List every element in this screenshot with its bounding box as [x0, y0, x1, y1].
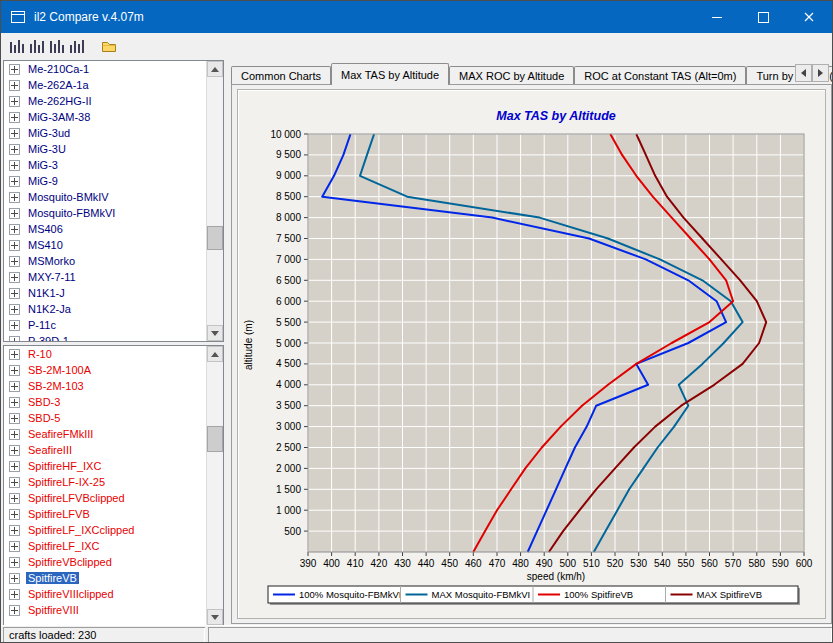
- tree-item[interactable]: Me-262HG-II: [4, 93, 223, 109]
- tree-item[interactable]: Me-262A-1a: [4, 77, 223, 93]
- expand-plus-icon[interactable]: [9, 64, 20, 75]
- tree-item[interactable]: N1K1-J: [4, 285, 223, 301]
- chart-view-toolbar-button[interactable]: [27, 36, 47, 56]
- expand-plus-icon[interactable]: [9, 429, 20, 440]
- expand-plus-icon[interactable]: [9, 365, 20, 376]
- tree-item[interactable]: MiG-3U: [4, 141, 223, 157]
- expand-plus-icon[interactable]: [9, 381, 20, 392]
- expand-plus-icon[interactable]: [9, 445, 20, 456]
- tree-item[interactable]: MS406: [4, 221, 223, 237]
- expand-plus-icon[interactable]: [9, 509, 20, 520]
- tree-item[interactable]: SBD-5: [4, 410, 223, 426]
- tree-item[interactable]: MSMorko: [4, 253, 223, 269]
- tree-item[interactable]: SB-2M-100A: [4, 362, 223, 378]
- chart-view-toolbar-button[interactable]: [47, 36, 67, 56]
- tree-item[interactable]: SpitfireLFVBclipped: [4, 490, 223, 506]
- expand-plus-icon[interactable]: [9, 96, 20, 107]
- minimize-button[interactable]: [694, 1, 740, 33]
- tree-item[interactable]: SpitfireLF_IXC: [4, 538, 223, 554]
- expand-plus-icon[interactable]: [9, 336, 20, 343]
- y-tick-label: 5 500: [276, 317, 301, 328]
- tab-common-charts[interactable]: Common Charts: [231, 66, 331, 85]
- expand-plus-icon[interactable]: [9, 349, 20, 360]
- expand-plus-icon[interactable]: [9, 413, 20, 424]
- tree-item[interactable]: MiG-3: [4, 157, 223, 173]
- expand-plus-icon[interactable]: [9, 80, 20, 91]
- expand-plus-icon[interactable]: [9, 525, 20, 536]
- tree-item[interactable]: R-10: [4, 346, 223, 362]
- x-tick-label: 590: [772, 558, 789, 569]
- tree-item[interactable]: MXY-7-11: [4, 269, 223, 285]
- y-tick-label: 7 500: [276, 233, 301, 244]
- expand-plus-icon[interactable]: [9, 288, 20, 299]
- scrollbar-thumb[interactable]: [207, 426, 223, 452]
- x-tick-label: 500: [559, 558, 576, 569]
- tree-item[interactable]: Mosquito-FBMkVI: [4, 205, 223, 221]
- tree-item[interactable]: SeafireIII: [4, 442, 223, 458]
- tree-item[interactable]: MiG-3AM-38: [4, 109, 223, 125]
- expand-plus-icon[interactable]: [9, 557, 20, 568]
- tree-item[interactable]: Mosquito-BMkIV: [4, 189, 223, 205]
- expand-plus-icon[interactable]: [9, 541, 20, 552]
- tree-item[interactable]: SpitfireVIIIclipped: [4, 586, 223, 602]
- scroll-up-button[interactable]: [207, 61, 223, 77]
- tree-item[interactable]: P-39D-1: [4, 333, 223, 342]
- scrollbar-bottom-list[interactable]: [206, 346, 223, 625]
- expand-plus-icon[interactable]: [9, 256, 20, 267]
- expand-plus-icon[interactable]: [9, 320, 20, 331]
- expand-plus-icon[interactable]: [9, 493, 20, 504]
- expand-plus-icon[interactable]: [9, 128, 20, 139]
- chart-view-toolbar-button[interactable]: [67, 36, 87, 56]
- tree-item[interactable]: SpitfireLF_IXCclipped: [4, 522, 223, 538]
- tab-roc-at-constant-tas-alt-0m[interactable]: ROC at Constant TAS (Alt=0m): [574, 66, 746, 85]
- chart-view-toolbar-button[interactable]: [7, 36, 27, 56]
- expand-plus-icon[interactable]: [9, 589, 20, 600]
- tree-item[interactable]: MiG-3ud: [4, 125, 223, 141]
- tab-scroll-right-button[interactable]: [812, 64, 829, 82]
- expand-plus-icon[interactable]: [9, 192, 20, 203]
- expand-plus-icon[interactable]: [9, 605, 20, 616]
- scrollbar-thumb[interactable]: [207, 226, 223, 250]
- expand-plus-icon[interactable]: [9, 176, 20, 187]
- expand-plus-icon[interactable]: [9, 461, 20, 472]
- folder-toolbar-button[interactable]: [99, 36, 119, 56]
- tree-item[interactable]: Me-210Ca-1: [4, 61, 223, 77]
- maximize-button[interactable]: [740, 1, 786, 33]
- tree-item[interactable]: MiG-9: [4, 173, 223, 189]
- aircraft-list-bottom[interactable]: R-10SB-2M-100ASB-2M-103SBD-3SBD-5Seafire…: [3, 345, 224, 626]
- tree-item[interactable]: SpitfireVBclipped: [4, 554, 223, 570]
- x-tick-label: 470: [489, 558, 506, 569]
- tree-item[interactable]: SBD-3: [4, 394, 223, 410]
- tree-item[interactable]: SpitfireLF-IX-25: [4, 474, 223, 490]
- tree-item[interactable]: SpitfireVIII: [4, 602, 223, 618]
- expand-plus-icon[interactable]: [9, 272, 20, 283]
- expand-plus-icon[interactable]: [9, 397, 20, 408]
- tree-item[interactable]: SpitfireHF_IXC: [4, 458, 223, 474]
- tab-scroll-left-button[interactable]: [795, 64, 812, 82]
- tree-item[interactable]: N1K2-Ja: [4, 301, 223, 317]
- tree-item[interactable]: SeafireFMkIII: [4, 426, 223, 442]
- tree-item[interactable]: P-11c: [4, 317, 223, 333]
- scroll-down-button[interactable]: [207, 609, 223, 625]
- expand-plus-icon[interactable]: [9, 224, 20, 235]
- tree-item[interactable]: SpitfireLFVB: [4, 506, 223, 522]
- scroll-up-button[interactable]: [207, 346, 223, 362]
- tab-max-tas-by-altitude[interactable]: Max TAS by Altitude: [331, 63, 449, 85]
- expand-plus-icon[interactable]: [9, 304, 20, 315]
- tree-item[interactable]: SB-2M-103: [4, 378, 223, 394]
- expand-plus-icon[interactable]: [9, 208, 20, 219]
- tree-item[interactable]: MS410: [4, 237, 223, 253]
- window-title: il2 Compare v.4.07m: [34, 10, 144, 24]
- scrollbar-top-list[interactable]: [206, 61, 223, 341]
- scroll-down-button[interactable]: [207, 325, 223, 341]
- expand-plus-icon[interactable]: [9, 160, 20, 171]
- expand-plus-icon[interactable]: [9, 144, 20, 155]
- tab-max-roc-by-altitude[interactable]: MAX ROC by Altitude: [449, 66, 574, 85]
- expand-plus-icon[interactable]: [9, 573, 20, 584]
- tree-item[interactable]: SpitfireVB: [4, 570, 223, 586]
- expand-plus-icon[interactable]: [9, 112, 20, 123]
- aircraft-list-top[interactable]: Me-210Ca-1Me-262A-1aMe-262HG-IIMiG-3AM-3…: [3, 60, 224, 342]
- expand-plus-icon[interactable]: [9, 240, 20, 251]
- expand-plus-icon[interactable]: [9, 477, 20, 488]
- close-button[interactable]: [786, 1, 832, 33]
